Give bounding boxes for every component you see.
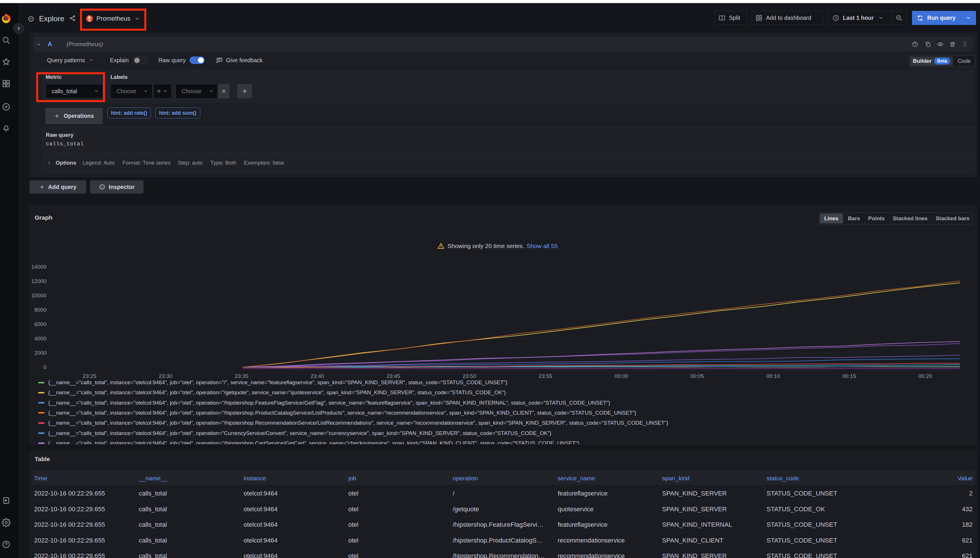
- svg-text:4000: 4000: [35, 335, 46, 341]
- svg-text:23:25: 23:25: [82, 373, 96, 379]
- svg-text:23:50: 23:50: [462, 373, 476, 379]
- svg-text:10000: 10000: [31, 292, 46, 299]
- svg-text:00:00: 00:00: [615, 373, 628, 379]
- svg-text:14000: 14000: [31, 264, 46, 270]
- svg-text:23:40: 23:40: [311, 373, 324, 379]
- svg-text:23:35: 23:35: [235, 373, 248, 379]
- svg-text:23:45: 23:45: [386, 373, 400, 379]
- svg-text:00:15: 00:15: [842, 373, 856, 379]
- svg-text:00:10: 00:10: [766, 373, 780, 379]
- svg-text:2000: 2000: [35, 350, 46, 356]
- svg-text:0: 0: [43, 364, 46, 370]
- svg-text:23:30: 23:30: [159, 373, 173, 379]
- svg-text:00:05: 00:05: [690, 373, 704, 379]
- svg-text:23:55: 23:55: [538, 373, 552, 379]
- svg-text:12000: 12000: [31, 278, 46, 284]
- svg-text:8000: 8000: [35, 307, 46, 313]
- svg-text:00:20: 00:20: [918, 373, 932, 379]
- svg-text:6000: 6000: [35, 321, 46, 327]
